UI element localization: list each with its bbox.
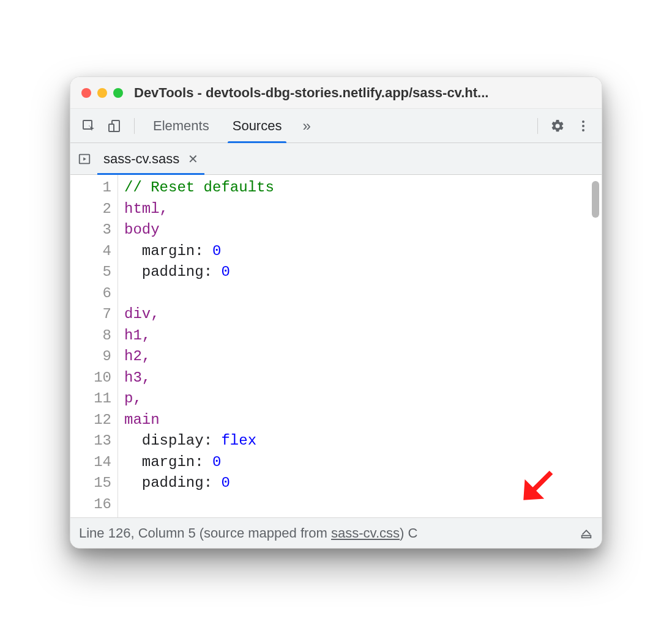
toolbar-divider — [134, 118, 135, 134]
close-file-tab-icon[interactable]: ✕ — [188, 152, 198, 166]
code-line[interactable]: display: flex — [124, 431, 602, 452]
device-toolbar-icon[interactable] — [102, 114, 127, 138]
code-line[interactable]: h3, — [124, 368, 602, 389]
file-tab-label: sass-cv.sass — [103, 151, 179, 167]
more-tabs-chevron-icon[interactable]: » — [294, 117, 319, 135]
code-line[interactable]: main — [124, 410, 602, 431]
line-number: 5 — [70, 262, 118, 283]
code-line[interactable]: h1, — [124, 325, 602, 347]
status-bar: Line 126, Column 5 (source mapped from s… — [70, 517, 602, 548]
show-drawer-icon[interactable] — [580, 527, 593, 540]
line-number: 11 — [70, 388, 118, 410]
file-tab-sass-cv[interactable]: sass-cv.sass ✕ — [95, 143, 207, 175]
devtools-window: DevTools - devtools-dbg-stories.netlify.… — [70, 76, 602, 549]
status-trailing: C — [404, 525, 417, 541]
tab-elements[interactable]: Elements — [142, 109, 220, 143]
code-line[interactable]: margin: 0 — [124, 241, 602, 262]
svg-rect-7 — [582, 535, 591, 538]
window-title: DevTools - devtools-dbg-stories.netlify.… — [134, 85, 591, 101]
scrollbar-thumb[interactable] — [592, 181, 599, 218]
line-number: 16 — [70, 494, 118, 516]
code-content[interactable]: // Reset defaultshtml,body margin: 0 pad… — [118, 175, 602, 517]
tab-sources[interactable]: Sources — [222, 109, 293, 143]
line-number: 3 — [70, 220, 118, 241]
code-line[interactable]: div, — [124, 304, 602, 325]
code-line[interactable]: margin: 0 — [124, 452, 602, 473]
line-number: 8 — [70, 325, 118, 347]
line-number: 15 — [70, 473, 118, 494]
toolbar-divider — [537, 118, 538, 134]
code-line[interactable] — [124, 283, 602, 305]
code-line[interactable]: padding: 0 — [124, 473, 602, 494]
svg-rect-2 — [109, 124, 114, 131]
line-number: 12 — [70, 410, 118, 431]
code-line[interactable] — [124, 494, 602, 516]
line-number: 10 — [70, 368, 118, 389]
line-number-gutter: 12345678910111213141516 — [70, 175, 118, 517]
svg-point-5 — [582, 129, 584, 131]
line-number: 13 — [70, 431, 118, 452]
code-line[interactable]: // Reset defaults — [124, 177, 602, 199]
tab-sources-label: Sources — [233, 118, 282, 134]
traffic-lights — [81, 88, 123, 98]
code-line[interactable]: html, — [124, 199, 602, 220]
minimize-window-button[interactable] — [97, 88, 107, 98]
titlebar: DevTools - devtools-dbg-stories.netlify.… — [70, 77, 602, 109]
line-number: 4 — [70, 241, 118, 262]
inspect-element-icon[interactable] — [77, 114, 101, 138]
source-mapped-prefix: (source mapped from — [200, 525, 331, 541]
sources-subtoolbar: sass-cv.sass ✕ — [70, 143, 602, 175]
line-number: 14 — [70, 452, 118, 473]
code-line[interactable]: padding: 0 — [124, 262, 602, 283]
line-number: 7 — [70, 304, 118, 325]
svg-point-3 — [582, 120, 584, 123]
line-number: 1 — [70, 177, 118, 199]
line-number: 9 — [70, 346, 118, 368]
navigator-toggle-icon[interactable] — [74, 149, 95, 169]
tab-elements-label: Elements — [153, 118, 209, 134]
settings-gear-icon[interactable] — [545, 114, 570, 138]
kebab-menu-icon[interactable] — [571, 114, 595, 138]
cursor-position: Line 126, Column 5 — [79, 525, 196, 541]
code-line[interactable]: p, — [124, 388, 602, 410]
close-window-button[interactable] — [81, 88, 91, 98]
svg-point-4 — [582, 125, 584, 127]
main-toolbar: Elements Sources » — [70, 109, 602, 143]
code-editor[interactable]: 12345678910111213141516 // Reset default… — [70, 175, 602, 517]
code-line[interactable]: body — [124, 220, 602, 241]
maximize-window-button[interactable] — [113, 88, 123, 98]
line-number: 6 — [70, 283, 118, 305]
code-line[interactable]: h2, — [124, 346, 602, 368]
source-mapped-link[interactable]: sass-cv.css — [331, 525, 400, 541]
line-number: 2 — [70, 199, 118, 220]
